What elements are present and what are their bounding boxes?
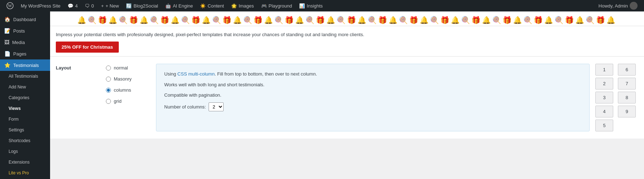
insights-menu[interactable]: 📊 Insights — [296, 0, 326, 11]
layout-options: normal Masonry columns grid — [99, 64, 156, 131]
posts-label: Posts — [13, 28, 25, 34]
comment-count: 4 — [75, 3, 78, 9]
layout-option-normal[interactable]: normal — [106, 65, 149, 71]
num-columns-row: Number of columns: 1 2 3 4 5 6 — [164, 102, 581, 111]
playground-label: Playground — [269, 3, 292, 9]
layout-label: Layout — [56, 64, 99, 131]
sidebar-item-settings[interactable]: Settings — [0, 125, 50, 135]
content-menu[interactable]: ☀️ Content — [196, 0, 228, 11]
radio-grid[interactable] — [106, 99, 111, 104]
col-btn-5[interactable]: 5 — [595, 120, 613, 131]
images-icon: 🌟 — [231, 3, 237, 9]
form-label: Form — [9, 117, 19, 122]
dashboard-label: Dashboard — [13, 17, 36, 22]
sidebar-item-dashboard[interactable]: 🏠 Dashboard — [0, 14, 50, 25]
layout-section: Layout normal Masonry columns — [50, 56, 644, 139]
settings-label: Settings — [9, 127, 24, 132]
all-testimonials-label: All Testimonials — [9, 74, 38, 79]
add-new-label: Add New — [9, 84, 26, 90]
blog2social-icon: 🔄 — [126, 3, 132, 9]
col-btn-9[interactable]: 9 — [618, 106, 636, 117]
ai-engine-menu[interactable]: 🤖 AI Engine — [162, 0, 196, 11]
xmas-icons-top: 🔔🍭🎁🔔🍭🎁🔔🍭🎁🔔🍭🎁🔔🍭🎁🔔🍭🎁🔔🍭🎁🔔🍭🎁🔔🍭🎁🔔🍭🎁🔔🍭🎁🔔🍭🎁🔔🍭🎁🔔… — [56, 14, 638, 26]
comment-count2[interactable]: 🗨 0 — [81, 0, 97, 11]
desc-line1-post: . Fill from top to bottom, then over to … — [215, 71, 317, 77]
layout-option-masonry[interactable]: Masonry — [106, 76, 149, 82]
christmas-text-row: Impress your potential clients with prof… — [50, 26, 644, 56]
layout-option-columns[interactable]: columns — [106, 87, 149, 93]
desc-line1: Using CSS multi-column. Fill from top to… — [164, 71, 581, 78]
christmas-button[interactable]: 25% OFF for Christmas — [56, 42, 119, 53]
col-btn-7[interactable]: 7 — [618, 78, 636, 90]
sidebar-item-views[interactable]: Views — [0, 103, 50, 114]
new-button[interactable]: + + New — [97, 0, 122, 11]
categories-label: Categories — [9, 95, 29, 100]
sidebar-item-extensions[interactable]: Extensions — [0, 157, 50, 168]
media-label: Media — [12, 40, 25, 45]
posts-icon: 📝 — [4, 28, 10, 34]
layout-option-grid[interactable]: grid — [106, 98, 149, 104]
testimonials-label: Testimonials — [13, 63, 39, 68]
desc-line3: Compatible with pagination. — [164, 92, 581, 99]
sidebar-item-logs[interactable]: Logs — [0, 146, 50, 157]
insights-label: Insights — [307, 3, 323, 9]
shortcodes-label: Shortcodes — [9, 138, 30, 143]
christmas-description: Impress your potential clients with prof… — [56, 32, 638, 37]
col-btn-4[interactable]: 4 — [595, 106, 613, 117]
sidebar-item-pages[interactable]: 📄 Pages — [0, 48, 50, 59]
blog2social-menu[interactable]: 🔄 Blog2Social — [122, 0, 162, 11]
sidebar-item-shortcodes[interactable]: Shortcodes — [0, 135, 50, 146]
main-content: 🔔🍭🎁🔔🍭🎁🔔🍭🎁🔔🍭🎁🔔🍭🎁🔔🍭🎁🔔🍭🎁🔔🍭🎁🔔🍭🎁🔔🍭🎁🔔🍭🎁🔔🍭🎁🔔🍭🎁🔔… — [50, 11, 644, 179]
content-icon: ☀️ — [200, 3, 206, 9]
sidebar-item-media[interactable]: 🖼 Media — [0, 37, 50, 48]
radio-columns[interactable] — [106, 88, 111, 93]
sidebar-item-categories[interactable]: Categories — [0, 92, 50, 103]
christmas-banner: 🔔🍭🎁🔔🍭🎁🔔🍭🎁🔔🍭🎁🔔🍭🎁🔔🍭🎁🔔🍭🎁🔔🍭🎁🔔🍭🎁🔔🍭🎁🔔🍭🎁🔔🍭🎁🔔🍭🎁🔔… — [50, 11, 644, 56]
sidebar: 🏠 Dashboard 📝 Posts 🖼 Media 📄 Pages ⭐ Te… — [0, 11, 50, 179]
num-columns-select[interactable]: 1 2 3 4 5 6 — [209, 102, 224, 111]
howdy-text: Howdy, Admin — [599, 3, 628, 9]
col-btn-3[interactable]: 3 — [595, 92, 613, 103]
col-btn-6[interactable]: 6 — [618, 64, 636, 76]
column-buttons: 1 6 2 7 3 8 4 9 5 — [595, 64, 638, 131]
col-btn-8[interactable]: 8 — [618, 92, 636, 103]
sidebar-item-lite-vs-pro[interactable]: Lite vs Pro — [0, 168, 50, 178]
col-btn-1[interactable]: 1 — [595, 64, 613, 76]
comments-link[interactable]: 💬 4 — [64, 0, 81, 11]
plus-icon: + — [101, 3, 104, 9]
media-icon: 🖼 — [4, 39, 9, 45]
ai-engine-label: AI Engine — [173, 3, 193, 9]
sidebar-item-all-testimonials[interactable]: All Testimonials — [0, 71, 50, 82]
site-name[interactable]: My WordPress Site — [17, 0, 64, 11]
playground-menu[interactable]: 🎮 Playground — [258, 0, 296, 11]
sidebar-item-add-new[interactable]: Add New — [0, 82, 50, 92]
admin-bar: W My WordPress Site 💬 4 🗨 0 + + New 🔄 Bl… — [0, 0, 644, 11]
col-btn-2[interactable]: 2 — [595, 78, 613, 90]
label-columns: columns — [114, 87, 131, 93]
label-normal: normal — [114, 65, 128, 71]
views-label: Views — [9, 106, 21, 111]
sidebar-item-form[interactable]: Form — [0, 114, 50, 125]
layout-description: Using CSS multi-column. Fill from top to… — [156, 64, 590, 131]
christmas-decoration: 🔔🍭🎁🔔🍭🎁🔔🍭🎁🔔🍭🎁🔔🍭🎁🔔🍭🎁🔔🍭🎁🔔🍭🎁🔔🍭🎁🔔🍭🎁🔔🍭🎁🔔🍭🎁🔔🍭🎁🔔… — [50, 11, 644, 26]
images-menu[interactable]: 🌟 Images — [228, 0, 258, 11]
comment-icon: 💬 — [68, 3, 73, 9]
content-label: Content — [208, 3, 224, 9]
wp-logo[interactable]: W — [3, 2, 17, 9]
css-multi-column-link[interactable]: CSS multi-column — [177, 71, 215, 77]
radio-masonry[interactable] — [106, 77, 111, 82]
pages-label: Pages — [13, 51, 26, 57]
svg-text:W: W — [8, 3, 12, 8]
sidebar-item-testimonials[interactable]: ⭐ Testimonials — [0, 59, 50, 71]
pages-icon: 📄 — [4, 51, 10, 57]
label-masonry: Masonry — [114, 76, 132, 82]
blog2social-label: Blog2Social — [133, 3, 158, 9]
lite-vs-pro-label: Lite vs Pro — [9, 170, 29, 175]
new-label: + New — [106, 3, 119, 9]
desc-line2: Works well with both long and short test… — [164, 81, 581, 88]
logs-label: Logs — [9, 149, 18, 154]
sidebar-item-posts[interactable]: 📝 Posts — [0, 25, 50, 37]
site-name-label: My WordPress Site — [21, 3, 60, 9]
radio-normal[interactable] — [106, 66, 111, 71]
label-grid: grid — [114, 98, 122, 104]
